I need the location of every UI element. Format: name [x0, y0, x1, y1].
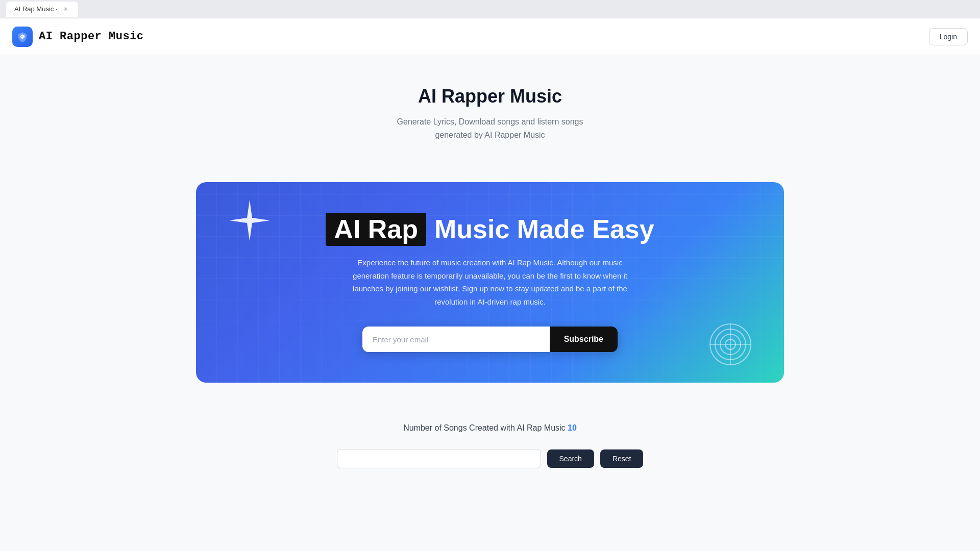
headline-highlight: AI Rap: [326, 213, 426, 246]
app-name-text: AI Rapper Music: [39, 30, 144, 43]
card-description: Experience the future of music creation …: [342, 256, 638, 308]
stats-count: 10: [568, 423, 577, 432]
hero-subtitle-line2: generated by AI Rapper Music: [196, 129, 784, 142]
tab-close-button[interactable]: ×: [62, 5, 70, 13]
browser-tab[interactable]: AI Rap Music · ×: [6, 2, 78, 17]
stats-section: Number of Songs Created with AI Rap Musi…: [196, 423, 784, 433]
stats-label: Number of Songs Created with AI Rap Musi…: [196, 423, 784, 433]
search-section: Search Reset: [196, 449, 784, 468]
reset-button[interactable]: Reset: [600, 449, 644, 468]
logo-svg-icon: [16, 31, 29, 43]
browser-tab-bar: AI Rap Music · ×: [0, 0, 980, 18]
tab-title: AI Rap Music ·: [14, 5, 58, 13]
app-logo-icon: [12, 27, 33, 47]
search-button[interactable]: Search: [547, 449, 594, 468]
card-headline: AI Rap Music Made Easy: [237, 213, 743, 246]
app-logo: AI Rapper Music: [12, 27, 144, 47]
card-content: AI Rap Music Made Easy Experience the fu…: [237, 213, 743, 352]
email-input[interactable]: [362, 327, 550, 352]
headline-rest: Music Made Easy: [434, 215, 654, 244]
hero-subtitle-line1: Generate Lyrics, Download songs and list…: [196, 115, 784, 129]
hero-section: AI Rapper Music Generate Lyrics, Downloa…: [196, 86, 784, 141]
page-title: AI Rapper Music: [196, 86, 784, 107]
subscribe-button[interactable]: Subscribe: [550, 327, 618, 352]
login-button[interactable]: Login: [929, 28, 968, 45]
stats-label-text: Number of Songs Created with AI Rap Musi…: [403, 423, 565, 432]
main-content: AI Rapper Music Generate Lyrics, Downloa…: [184, 55, 796, 499]
email-form: Subscribe: [362, 327, 618, 352]
app-header: AI Rapper Music Login: [0, 18, 980, 55]
search-input[interactable]: [337, 449, 541, 468]
blue-promo-card: AI Rap Music Made Easy Experience the fu…: [196, 182, 784, 383]
